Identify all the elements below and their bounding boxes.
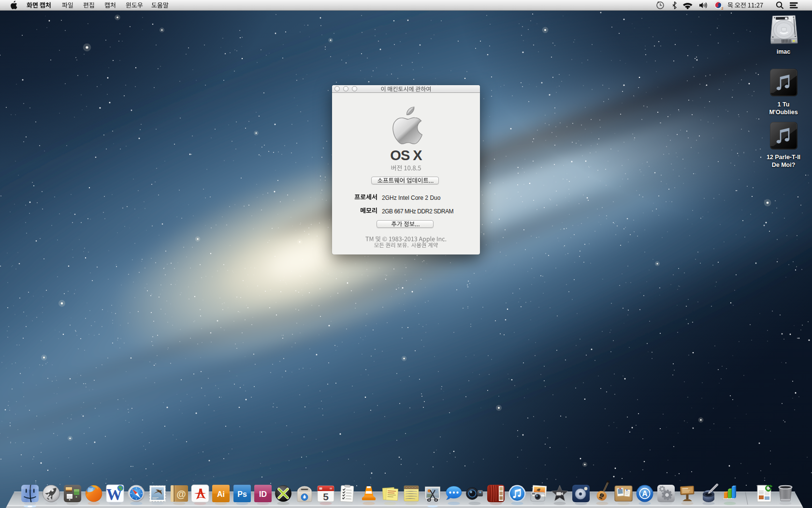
svg-text:5: 5 xyxy=(323,491,329,502)
svg-text:Ai: Ai xyxy=(217,490,225,498)
svg-text:A: A xyxy=(642,490,648,498)
svg-text:ID: ID xyxy=(259,490,267,498)
svg-text:@: @ xyxy=(176,489,186,499)
svg-text:2: 2 xyxy=(722,6,724,11)
svg-text:Ps: Ps xyxy=(237,490,247,498)
